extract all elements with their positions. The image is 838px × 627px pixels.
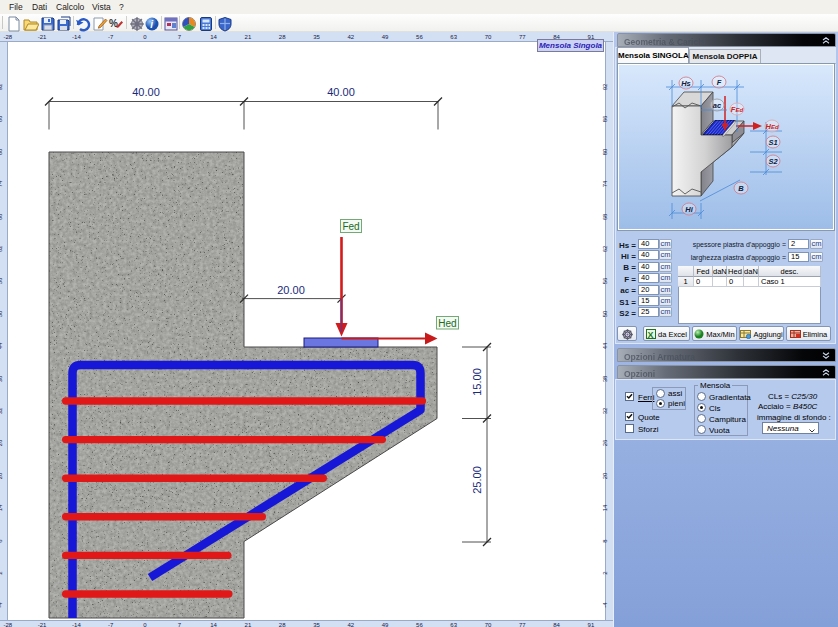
svg-text:F: F bbox=[717, 78, 722, 87]
svg-text:ac: ac bbox=[713, 101, 722, 110]
svg-text:S1: S1 bbox=[768, 138, 777, 147]
svg-text:20.00: 20.00 bbox=[277, 284, 305, 296]
svg-text:B: B bbox=[738, 184, 744, 193]
svg-text:S2: S2 bbox=[768, 157, 778, 166]
svg-text:HEd: HEd bbox=[765, 122, 778, 131]
svg-text:25.00: 25.00 bbox=[471, 466, 483, 494]
svg-text:40.00: 40.00 bbox=[327, 86, 355, 98]
svg-text:15.00: 15.00 bbox=[471, 368, 483, 396]
svg-text:Hed: Hed bbox=[438, 318, 456, 329]
svg-text:i: i bbox=[150, 19, 153, 30]
svg-text:X: X bbox=[648, 330, 654, 340]
svg-text:FEd: FEd bbox=[731, 105, 744, 114]
svg-text:Hs: Hs bbox=[681, 79, 691, 88]
svg-text:Hi: Hi bbox=[685, 205, 693, 214]
svg-text:Fed: Fed bbox=[342, 221, 359, 232]
svg-text:%: % bbox=[109, 18, 118, 29]
svg-text:40.00: 40.00 bbox=[132, 86, 160, 98]
